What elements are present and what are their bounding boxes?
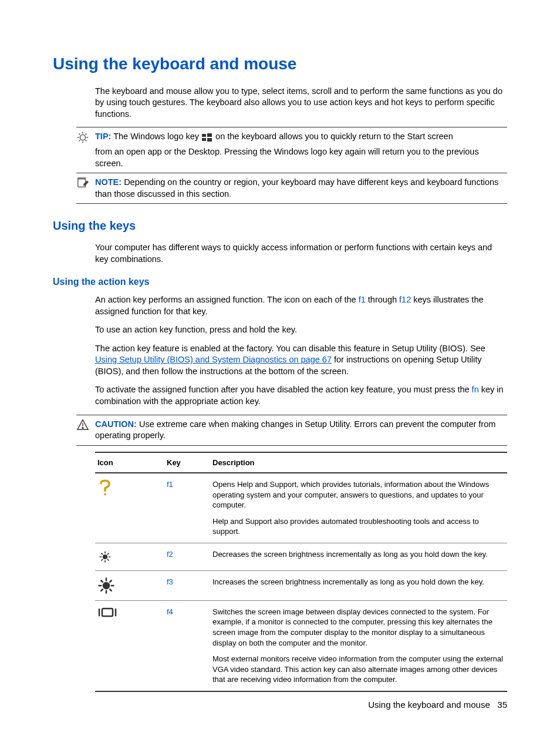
desc-f3: Increases the screen brightness incremen… bbox=[210, 570, 507, 600]
key-f4: f4 bbox=[164, 600, 210, 691]
switch-display-icon bbox=[95, 600, 164, 691]
svg-line-31 bbox=[101, 580, 103, 582]
note-label: NOTE: bbox=[95, 177, 122, 187]
note-callout: NOTE: Depending on the country or region… bbox=[76, 173, 507, 204]
desc-f4: Switches the screen image between displa… bbox=[210, 600, 507, 691]
intro-paragraph: The keyboard and mouse allow you to type… bbox=[95, 86, 507, 120]
svg-rect-9 bbox=[202, 134, 206, 137]
action-keys-p1: An action key performs an assigned funct… bbox=[95, 294, 507, 317]
tip-callout: TIP: The Windows logo key on the keyboar… bbox=[76, 127, 507, 173]
table-row: f4 Switches the screen image between dis… bbox=[95, 600, 507, 691]
action-keys-p2: To use an action key function, press and… bbox=[95, 324, 507, 336]
svg-line-23 bbox=[107, 559, 109, 560]
svg-line-8 bbox=[86, 134, 87, 135]
desc-f2: Decreases the screen brightness incremen… bbox=[210, 543, 507, 570]
tip-continuation: from an open app or the Desktop. Pressin… bbox=[95, 146, 507, 169]
tip-text-pre: The Windows logo key bbox=[113, 132, 199, 141]
key-f1: f1 bbox=[164, 473, 210, 543]
desc-f1: Opens Help and Support, which provides t… bbox=[210, 473, 507, 543]
svg-rect-35 bbox=[102, 609, 113, 616]
th-desc: Description bbox=[210, 452, 507, 473]
svg-rect-11 bbox=[202, 138, 206, 141]
brightness-up-icon bbox=[95, 570, 164, 600]
help-icon bbox=[95, 473, 164, 543]
key-f3: f3 bbox=[164, 570, 210, 600]
svg-point-0 bbox=[80, 135, 85, 140]
brightness-down-icon bbox=[95, 543, 164, 570]
svg-point-17 bbox=[103, 555, 107, 559]
table-row: f2 Decreases the screen brightness incre… bbox=[95, 543, 507, 570]
note-icon bbox=[76, 177, 90, 189]
note-text: Depending on the country or region, your… bbox=[95, 177, 498, 199]
caution-icon bbox=[76, 419, 90, 431]
svg-line-5 bbox=[79, 134, 80, 135]
key-f2: f2 bbox=[164, 543, 210, 570]
svg-line-32 bbox=[110, 589, 112, 591]
caution-label: CAUTION: bbox=[95, 419, 137, 429]
bios-link[interactable]: Using Setup Utility (BIOS) and System Di… bbox=[95, 355, 332, 364]
svg-rect-13 bbox=[78, 179, 86, 187]
svg-point-15 bbox=[82, 427, 83, 428]
action-keys-p3: The action key feature is enabled at the… bbox=[95, 343, 507, 378]
caution-callout: CAUTION: Use extreme care when making ch… bbox=[76, 415, 507, 446]
svg-point-26 bbox=[103, 583, 109, 589]
svg-line-34 bbox=[110, 580, 112, 582]
svg-point-16 bbox=[104, 493, 106, 496]
svg-line-33 bbox=[101, 589, 103, 591]
tip-text-post: on the keyboard allows you to quickly re… bbox=[215, 132, 453, 141]
tip-icon bbox=[76, 131, 90, 144]
action-keys-heading: Using the action keys bbox=[53, 275, 507, 288]
th-key: Key bbox=[164, 452, 210, 473]
page-footer: Using the keyboard and mouse 35 bbox=[368, 699, 507, 711]
svg-rect-12 bbox=[207, 138, 212, 142]
tip-label: TIP: bbox=[95, 132, 111, 141]
page-title: Using the keyboard and mouse bbox=[53, 53, 507, 75]
svg-rect-10 bbox=[207, 133, 212, 137]
svg-line-24 bbox=[102, 559, 103, 560]
action-keys-p4: To activate the assigned function after … bbox=[95, 384, 507, 407]
caution-text: Use extreme care when making changes in … bbox=[95, 419, 495, 441]
table-row: f3 Increases the screen brightness incre… bbox=[95, 570, 507, 600]
svg-line-22 bbox=[102, 553, 103, 555]
using-keys-text: Your computer has different ways to quic… bbox=[95, 242, 507, 265]
using-keys-heading: Using the keys bbox=[53, 218, 507, 234]
windows-logo-icon bbox=[201, 133, 213, 142]
table-row: f1 Opens Help and Support, which provide… bbox=[95, 473, 507, 543]
svg-line-25 bbox=[107, 553, 109, 555]
th-icon: Icon bbox=[95, 452, 164, 473]
action-keys-table: Icon Key Description f1 Opens Help and S… bbox=[95, 452, 507, 692]
svg-line-6 bbox=[86, 140, 87, 142]
svg-line-7 bbox=[79, 140, 80, 142]
